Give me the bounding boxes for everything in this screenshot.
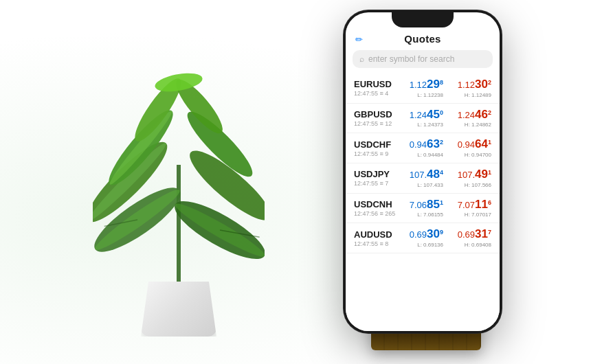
app-screen: ✏ Quotes ⌕ enter symbol for search EURUS… xyxy=(346,27,500,331)
quote-symbol: USDJPY xyxy=(354,169,390,179)
bid-value: 0.94632 xyxy=(401,138,443,151)
quote-time: 12:47:55 ≡ 12 xyxy=(354,120,392,127)
ask-price: 1.24462 H: 1.24862 xyxy=(449,109,491,128)
bid-low: L: 107.433 xyxy=(401,182,443,188)
app-header: ✏ Quotes xyxy=(346,27,500,47)
quote-row[interactable]: USDJPY 12:47:55 ≡ 7 107.484 L: 107.433 1… xyxy=(346,163,500,194)
edit-icon[interactable]: ✏ xyxy=(355,34,363,45)
bid-value: 1.24450 xyxy=(401,109,443,122)
quote-symbol: USDCHF xyxy=(354,139,391,150)
quote-symbol-section: USDJPY 12:47:55 ≡ 7 xyxy=(354,169,390,187)
quote-prices: 0.94632 L: 0.94484 0.94641 H: 0.94700 xyxy=(401,138,491,158)
phone-device: ✏ Quotes ⌕ enter symbol for search EURUS… xyxy=(344,10,502,333)
bid-low: L: 0.94484 xyxy=(401,152,443,158)
bid-price: 7.06851 L: 7.06155 xyxy=(401,198,443,218)
ask-value: 107.491 xyxy=(449,168,491,181)
ask-value: 1.24462 xyxy=(449,109,491,122)
quote-prices: 1.24450 L: 1.24373 1.24462 H: 1.24862 xyxy=(401,109,491,128)
quote-row[interactable]: AUDUSD 12:47:55 ≡ 8 0.69309 L: 0.69136 0… xyxy=(346,223,500,253)
ask-high: H: 7.07017 xyxy=(449,212,491,218)
quote-time: 12:47:55 ≡ 8 xyxy=(354,240,392,247)
search-icon: ⌕ xyxy=(359,54,364,64)
quote-symbol-section: USDCHF 12:47:55 ≡ 9 xyxy=(354,139,391,157)
quote-row[interactable]: EURUSD 12:47:55 ≡ 4 1.12298 L: 1.12238 1… xyxy=(346,73,500,104)
ask-price: 0.69317 H: 0.69408 xyxy=(449,228,491,248)
quotes-list: EURUSD 12:47:55 ≡ 4 1.12298 L: 1.12238 1… xyxy=(346,73,500,253)
ask-high: H: 0.94700 xyxy=(449,152,491,158)
bid-low: L: 1.24373 xyxy=(401,122,443,128)
plant-svg xyxy=(93,55,265,295)
quote-prices: 1.12298 L: 1.12238 1.12302 H: 1.12489 xyxy=(401,78,491,98)
ask-price: 1.12302 H: 1.12489 xyxy=(449,78,491,98)
quote-symbol-section: GBPUSD 12:47:55 ≡ 12 xyxy=(354,109,392,127)
bid-value: 7.06851 xyxy=(401,198,443,212)
quote-prices: 0.69309 L: 0.69136 0.69317 H: 0.69408 xyxy=(401,228,491,248)
ask-high: H: 0.69408 xyxy=(449,242,491,248)
quote-symbol-section: AUDUSD 12:47:55 ≡ 8 xyxy=(354,229,392,247)
quote-time: 12:47:55 ≡ 9 xyxy=(354,150,391,157)
quote-time: 12:47:55 ≡ 4 xyxy=(354,90,392,97)
ask-high: H: 107.566 xyxy=(449,182,491,188)
quote-row[interactable]: USDCHF 12:47:55 ≡ 9 0.94632 L: 0.94484 0… xyxy=(346,133,500,163)
quote-symbol-section: EURUSD 12:47:55 ≡ 4 xyxy=(354,79,392,97)
phone-notch xyxy=(392,12,454,27)
bid-price: 1.24450 L: 1.24373 xyxy=(401,109,443,128)
ask-value: 0.69317 xyxy=(449,228,491,241)
quote-row[interactable]: GBPUSD 12:47:55 ≡ 12 1.24450 L: 1.24373 … xyxy=(346,104,500,134)
ask-value: 1.12302 xyxy=(449,78,491,91)
bid-low: L: 7.06155 xyxy=(401,212,443,218)
plant-decoration xyxy=(82,62,275,337)
quote-time: 12:47:56 ≡ 265 xyxy=(354,210,395,217)
bid-value: 1.12298 xyxy=(401,78,443,91)
bid-low: L: 0.69136 xyxy=(401,242,443,248)
bid-price: 0.69309 L: 0.69136 xyxy=(401,228,443,248)
quote-symbol: EURUSD xyxy=(354,79,392,89)
bid-value: 107.484 xyxy=(401,168,443,181)
ask-high: H: 1.24862 xyxy=(449,122,491,128)
search-placeholder-text: enter symbol for search xyxy=(368,54,454,64)
quote-prices: 107.484 L: 107.433 107.491 H: 107.566 xyxy=(401,168,491,188)
plant-pot xyxy=(141,282,216,337)
bid-price: 1.12298 L: 1.12238 xyxy=(401,78,443,98)
quote-symbol: USDCNH xyxy=(354,199,395,209)
ask-high: H: 1.12489 xyxy=(449,92,491,98)
phone-screen: ✏ Quotes ⌕ enter symbol for search EURUS… xyxy=(346,12,500,331)
ask-value: 7.07116 xyxy=(449,198,491,212)
bid-price: 107.484 L: 107.433 xyxy=(401,168,443,188)
quote-symbol-section: USDCNH 12:47:56 ≡ 265 xyxy=(354,199,395,217)
quote-row[interactable]: USDCNH 12:47:56 ≡ 265 7.06851 L: 7.06155… xyxy=(346,194,500,224)
ask-price: 107.491 H: 107.566 xyxy=(449,168,491,188)
ask-value: 0.94641 xyxy=(449,138,491,151)
app-title: Quotes xyxy=(404,33,441,45)
quote-prices: 7.06851 L: 7.06155 7.07116 H: 7.07017 xyxy=(401,198,491,218)
ask-price: 0.94641 H: 0.94700 xyxy=(449,138,491,158)
quote-time: 12:47:55 ≡ 7 xyxy=(354,180,390,187)
quote-symbol: AUDUSD xyxy=(354,229,392,240)
bid-low: L: 1.12238 xyxy=(401,92,443,98)
bid-value: 0.69309 xyxy=(401,228,443,241)
search-bar[interactable]: ⌕ enter symbol for search xyxy=(353,50,493,68)
quote-symbol: GBPUSD xyxy=(354,109,392,120)
ask-price: 7.07116 H: 7.07017 xyxy=(449,198,491,218)
bid-price: 0.94632 L: 0.94484 xyxy=(401,138,443,158)
